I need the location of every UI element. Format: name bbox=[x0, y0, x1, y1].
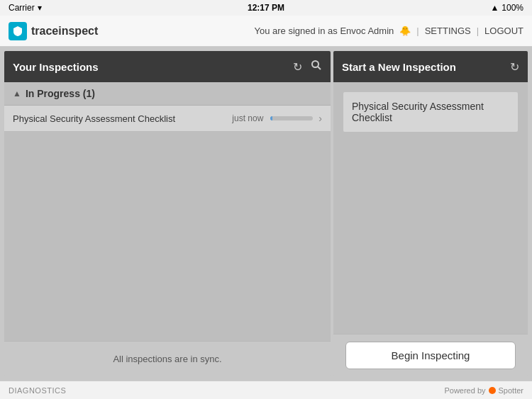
svg-line-1 bbox=[318, 67, 321, 69]
app-logo: traceinspect bbox=[9, 22, 98, 40]
spotter-label: Spotter bbox=[499, 386, 523, 395]
powered-by-text: Powered by bbox=[444, 386, 485, 395]
right-panel-title: Start a New Inspection bbox=[342, 61, 456, 73]
battery-label: 100% bbox=[501, 3, 523, 13]
begin-inspecting-button[interactable]: Begin Inspecting bbox=[345, 342, 516, 369]
svg-point-0 bbox=[312, 61, 318, 67]
left-search-icon[interactable] bbox=[311, 60, 322, 74]
inspection-chevron-icon: › bbox=[318, 113, 322, 124]
right-panel-header: Start a New Inspection ↻ bbox=[333, 51, 528, 82]
sync-status-text: All inspections are in sync. bbox=[113, 354, 221, 364]
carrier-label: Carrier bbox=[9, 3, 35, 13]
bottom-bar: DIAGNOSTICS Powered by Spotter bbox=[0, 381, 532, 399]
new-inspection-item[interactable]: Physical Security Assessment Checklist bbox=[343, 92, 518, 132]
left-panel: Your Inspections ↻ ▲ In Progress (1) Phy… bbox=[4, 51, 331, 376]
powered-by: Powered by Spotter bbox=[444, 386, 523, 395]
diagnostics-link[interactable]: DIAGNOSTICS bbox=[9, 386, 66, 395]
status-bar: Carrier ▾ 12:17 PM ▲ 100% bbox=[0, 0, 532, 16]
status-left: Carrier ▾ bbox=[9, 3, 42, 13]
status-time: 12:17 PM bbox=[248, 3, 284, 13]
right-panel: Start a New Inspection ↻ Physical Securi… bbox=[333, 51, 528, 376]
logout-link[interactable]: LOGOUT bbox=[484, 26, 523, 36]
main-content: Your Inspections ↻ ▲ In Progress (1) Phy… bbox=[0, 47, 532, 381]
logo-text: traceinspect bbox=[31, 25, 98, 38]
nav-divider1: | bbox=[416, 26, 419, 36]
left-panel-footer: All inspections are in sync. bbox=[4, 341, 331, 376]
in-progress-label: In Progress (1) bbox=[26, 88, 95, 99]
wifi-icon: ▾ bbox=[38, 3, 42, 13]
right-panel-header-icons: ↻ bbox=[510, 60, 519, 74]
status-right: ▲ 100% bbox=[490, 3, 523, 13]
inspection-time: just now bbox=[232, 113, 263, 123]
inspection-list-item[interactable]: Physical Security Assessment Checklist j… bbox=[4, 106, 331, 132]
user-emoji: 🐥 bbox=[399, 26, 411, 36]
left-refresh-icon[interactable]: ↻ bbox=[293, 60, 302, 74]
right-panel-body: Physical Security Assessment Checklist bbox=[333, 82, 528, 334]
inspection-progress-fill bbox=[270, 116, 272, 120]
section-caret-icon: ▲ bbox=[13, 89, 21, 99]
logo-icon bbox=[9, 22, 27, 40]
nav-divider2: | bbox=[477, 26, 479, 36]
settings-link[interactable]: SETTINGS bbox=[425, 26, 471, 36]
left-panel-body: ▲ In Progress (1) Physical Security Asse… bbox=[4, 82, 331, 341]
nav-bar: traceinspect You are signed in as Envoc … bbox=[0, 16, 532, 47]
nav-right: You are signed in as Envoc Admin 🐥 | SET… bbox=[254, 26, 523, 36]
begin-inspecting-footer: Begin Inspecting bbox=[333, 334, 528, 376]
gps-icon: ▲ bbox=[490, 3, 499, 13]
left-panel-header: Your Inspections ↻ bbox=[4, 51, 331, 82]
new-inspection-label: Physical Security Assessment Checklist bbox=[352, 101, 484, 123]
spotter-icon bbox=[489, 387, 496, 394]
inspection-progress-bar bbox=[270, 116, 313, 120]
left-panel-header-icons: ↻ bbox=[293, 60, 322, 74]
signed-in-text: You are signed in as Envoc Admin bbox=[254, 26, 394, 36]
right-refresh-icon[interactable]: ↻ bbox=[510, 60, 519, 74]
inspection-name: Physical Security Assessment Checklist bbox=[13, 113, 232, 124]
in-progress-section-header[interactable]: ▲ In Progress (1) bbox=[4, 82, 331, 106]
left-panel-title: Your Inspections bbox=[13, 61, 99, 73]
